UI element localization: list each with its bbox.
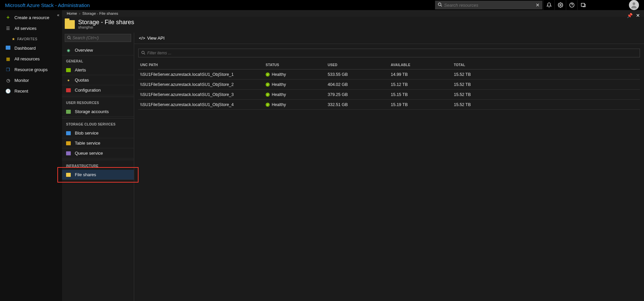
menu-file-shares[interactable]: File shares xyxy=(62,170,134,180)
cell-unc: \\SU1FileServer.azurestack.local\SU1_Obj… xyxy=(138,82,266,87)
menu-blob-service[interactable]: Blob service xyxy=(62,128,134,138)
nav-label: Monitor xyxy=(14,78,29,83)
portal-title: Microsoft Azure Stack - Administration xyxy=(5,2,90,8)
all-services-link[interactable]: ☰ All services xyxy=(0,23,62,34)
cell-used: 404.02 GB xyxy=(328,82,391,87)
table-row[interactable]: \\SU1FileServer.azurestack.local\SU1_Obj… xyxy=(138,100,640,110)
close-icon[interactable]: ✕ xyxy=(636,13,640,18)
collapse-nav-icon[interactable]: « xyxy=(57,13,59,17)
nav-all-resources[interactable]: ▦ All resources xyxy=(0,53,62,64)
nav-recent[interactable]: 🕒 Recent xyxy=(0,86,62,96)
search-icon xyxy=(438,2,442,8)
nav-dashboard[interactable]: Dashboard xyxy=(0,43,62,53)
svg-point-9 xyxy=(142,51,145,54)
menu-label: Overview xyxy=(75,48,93,53)
healthy-icon: ✓ xyxy=(266,103,270,107)
chevron-right-icon: › xyxy=(79,11,80,15)
menu-overview[interactable]: ◉ Overview xyxy=(62,45,134,55)
nav-monitor[interactable]: ◷ Monitor xyxy=(0,75,62,86)
svg-rect-5 xyxy=(581,3,584,6)
menu-label: Configuration xyxy=(75,88,101,93)
cell-available: 15.15 TB xyxy=(391,92,454,97)
file-shares-table: UNC PATH STATUS USED AVAILABLE TOTAL \\S… xyxy=(138,61,640,110)
blade-toolbar: </> View API xyxy=(134,33,644,44)
menu-label: Queue service xyxy=(75,151,103,156)
blob-icon xyxy=(65,131,71,136)
menu-section-infrastructure: INFRASTRUCTURE xyxy=(62,160,134,170)
top-bar: Microsoft Azure Stack - Administration ✕ xyxy=(0,0,644,10)
blade-subtitle: shanghai xyxy=(78,25,639,29)
menu-storage-accounts[interactable]: Storage accounts xyxy=(62,107,134,117)
table-row[interactable]: \\SU1FileServer.azurestack.local\SU1_Obj… xyxy=(138,80,640,90)
menu-configuration[interactable]: Configuration xyxy=(62,85,134,95)
svg-line-8 xyxy=(70,38,71,39)
col-used-header[interactable]: USED xyxy=(328,63,391,67)
nav-label: Recent xyxy=(14,89,28,94)
table-row[interactable]: \\SU1FileServer.azurestack.local\SU1_Obj… xyxy=(138,90,640,100)
top-right: ✕ xyxy=(435,0,639,10)
global-search-input[interactable] xyxy=(444,3,536,8)
help-icon[interactable] xyxy=(566,0,577,10)
clock-icon: 🕒 xyxy=(5,89,11,94)
menu-section-general: GENERAL xyxy=(62,55,134,65)
menu-label: Storage accounts xyxy=(75,109,109,114)
cell-total: 15.52 TB xyxy=(454,72,640,77)
menu-label: Table service xyxy=(75,141,100,146)
toolbox-icon xyxy=(65,88,71,93)
cell-total: 15.52 TB xyxy=(454,82,640,87)
cell-status: ✓Healthy xyxy=(266,72,328,77)
svg-line-1 xyxy=(441,5,442,6)
settings-icon[interactable] xyxy=(554,0,566,10)
col-available-header[interactable]: AVAILABLE xyxy=(391,63,454,67)
folder-icon xyxy=(65,20,75,29)
content-area: Home › Storage - File shares 📌 ✕ Storage… xyxy=(62,10,644,301)
breadcrumb: Home › Storage - File shares xyxy=(62,10,644,17)
menu-table-service[interactable]: Table service xyxy=(62,138,134,148)
menu-quotas[interactable]: ● Quotas xyxy=(62,75,134,85)
table-icon xyxy=(65,141,71,146)
favorites-section-label: ★FAVORITES xyxy=(0,34,62,43)
col-total-header[interactable]: TOTAL xyxy=(454,63,640,67)
svg-point-6 xyxy=(633,2,635,5)
feedback-icon[interactable] xyxy=(577,0,589,10)
healthy-icon: ✓ xyxy=(266,93,270,97)
clear-search-icon[interactable]: ✕ xyxy=(536,2,540,8)
cell-status: ✓Healthy xyxy=(266,92,328,97)
table-row[interactable]: \\SU1FileServer.azurestack.local\SU1_Obj… xyxy=(138,69,640,80)
menu-queue-service[interactable]: Queue service xyxy=(62,148,134,158)
cell-unc: \\SU1FileServer.azurestack.local\SU1_Obj… xyxy=(138,92,266,97)
notifications-icon[interactable] xyxy=(543,0,554,10)
blade-actions: 📌 ✕ xyxy=(627,13,640,18)
col-status-header[interactable]: STATUS xyxy=(266,63,328,67)
user-avatar[interactable] xyxy=(629,0,639,10)
filter-input[interactable] xyxy=(147,51,637,55)
storage-icon xyxy=(65,109,71,114)
menu-label: File shares xyxy=(75,172,96,177)
menu-alerts[interactable]: Alerts xyxy=(62,65,134,75)
cell-used: 332.51 GB xyxy=(328,102,391,107)
col-unc-header[interactable]: UNC PATH xyxy=(138,63,266,67)
svg-line-10 xyxy=(144,53,145,54)
cube-icon: ❒ xyxy=(5,67,11,72)
menu-search[interactable] xyxy=(65,34,131,42)
pin-icon[interactable]: 📌 xyxy=(627,13,633,18)
nav-label: All resources xyxy=(14,56,40,61)
dashboard-icon xyxy=(5,46,11,51)
cell-available: 14.99 TB xyxy=(391,72,454,77)
view-api-button[interactable]: </> View API xyxy=(139,36,165,41)
menu-label: Alerts xyxy=(75,67,86,72)
create-resource-link[interactable]: + Create a resource xyxy=(0,12,62,23)
cell-available: 15.12 TB xyxy=(391,82,454,87)
nav-resource-groups[interactable]: ❒ Resource groups xyxy=(0,64,62,75)
global-search[interactable]: ✕ xyxy=(435,1,542,9)
breadcrumb-home[interactable]: Home xyxy=(67,11,77,15)
search-icon xyxy=(67,36,71,41)
blade-header: Storage - File shares shanghai xyxy=(62,17,644,33)
globe-icon: ◉ xyxy=(65,48,71,53)
filter-box[interactable] xyxy=(138,49,640,57)
pie-icon: ● xyxy=(65,78,71,83)
menu-label: Blob service xyxy=(75,131,99,136)
blade-content: </> View API UNC PATH STATUS USED xyxy=(134,33,644,301)
menu-search-input[interactable] xyxy=(72,36,129,40)
cell-used: 533.55 GB xyxy=(328,72,391,77)
